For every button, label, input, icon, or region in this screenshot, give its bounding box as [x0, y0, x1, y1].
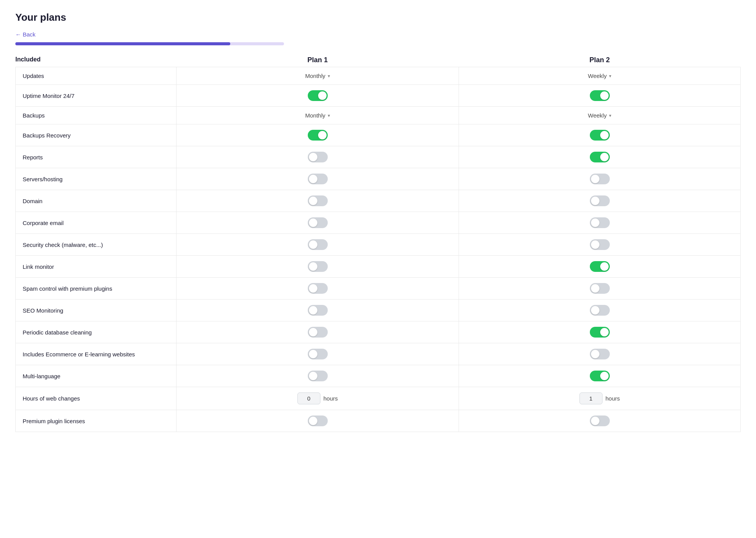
- plan1-header: Plan 1: [177, 56, 459, 64]
- plan2-hours-cell: hours: [579, 392, 620, 404]
- plan2-header: Plan 2: [459, 56, 741, 64]
- plan2-cell: [459, 168, 741, 190]
- plan2-toggle[interactable]: [590, 239, 610, 250]
- hours-label: hours: [324, 395, 338, 402]
- plan1-toggle[interactable]: [308, 195, 328, 206]
- feature-name: Premium plugin licenses: [15, 410, 177, 432]
- grid-header: Included Plan 1 Plan 2: [15, 56, 741, 64]
- feature-name: Corporate email: [15, 212, 177, 234]
- plan1-toggle[interactable]: [308, 130, 328, 141]
- hours-label: hours: [606, 395, 620, 402]
- progress-fill: [15, 42, 230, 45]
- plan1-cell: [177, 146, 459, 168]
- plan1-cell: [177, 410, 459, 432]
- plan2-toggle[interactable]: [590, 195, 610, 206]
- plan1-cell: [177, 321, 459, 343]
- plan1-toggle[interactable]: [308, 283, 328, 294]
- plan1-toggle[interactable]: [308, 239, 328, 250]
- plan2-cell: [459, 410, 741, 432]
- plan1-toggle[interactable]: [308, 217, 328, 228]
- plan1-toggle[interactable]: [308, 261, 328, 272]
- feature-name: Servers/hosting: [15, 168, 177, 190]
- plan1-toggle[interactable]: [308, 416, 328, 426]
- plan2-cell: Weekly▾: [459, 67, 741, 85]
- plan2-toggle[interactable]: [590, 305, 610, 316]
- plan2-cell: [459, 321, 741, 343]
- plan2-hours-input[interactable]: [579, 392, 602, 404]
- plan2-cell: [459, 233, 741, 256]
- chevron-down-icon: ▾: [328, 73, 330, 79]
- feature-name: Domain: [15, 190, 177, 212]
- plan1-cell: hours: [177, 387, 459, 410]
- feature-name: Multi-language: [15, 365, 177, 387]
- plan1-cell: [177, 168, 459, 190]
- plan2-cell: [459, 146, 741, 168]
- plan1-toggle[interactable]: [308, 327, 328, 338]
- plan2-cell: [459, 299, 741, 321]
- plan2-cell: [459, 124, 741, 146]
- plan1-toggle[interactable]: [308, 152, 328, 162]
- plan1-hours-input[interactable]: [297, 392, 320, 404]
- plan2-cell: [459, 255, 741, 278]
- plan1-toggle[interactable]: [308, 305, 328, 316]
- plan2-toggle[interactable]: [590, 217, 610, 228]
- plan1-cell: [177, 190, 459, 212]
- chevron-down-icon: ▾: [609, 73, 611, 79]
- plan1-cell: [177, 343, 459, 365]
- plan1-toggle[interactable]: [308, 349, 328, 359]
- plan1-cell: Monthly▾: [177, 67, 459, 85]
- progress-bar: [15, 42, 284, 45]
- back-link[interactable]: ← Back: [15, 31, 36, 38]
- plan2-toggle[interactable]: [590, 416, 610, 426]
- plan1-cell: [177, 255, 459, 278]
- included-label: Included: [15, 56, 177, 64]
- plan2-toggle[interactable]: [590, 152, 610, 162]
- plan1-dropdown[interactable]: Monthly▾: [305, 73, 330, 79]
- plan2-toggle[interactable]: [590, 174, 610, 184]
- plan2-dropdown[interactable]: Weekly▾: [588, 112, 611, 119]
- plan2-toggle[interactable]: [590, 283, 610, 294]
- plan1-cell: [177, 84, 459, 107]
- chevron-down-icon: ▾: [609, 113, 611, 118]
- plan2-toggle[interactable]: [590, 371, 610, 381]
- plan2-cell: [459, 343, 741, 365]
- plan2-dropdown[interactable]: Weekly▾: [588, 73, 611, 79]
- feature-name: Spam control with premium plugins: [15, 277, 177, 300]
- feature-name: Backups Recovery: [15, 124, 177, 146]
- feature-name: SEO Monitoring: [15, 299, 177, 321]
- plan1-cell: [177, 124, 459, 146]
- plan1-toggle[interactable]: [308, 90, 328, 101]
- plan2-toggle[interactable]: [590, 90, 610, 101]
- plan1-hours-cell: hours: [297, 392, 338, 404]
- chevron-down-icon: ▾: [328, 113, 330, 118]
- feature-name: Security check (malware, etc...): [15, 233, 177, 256]
- plan1-cell: [177, 365, 459, 387]
- plan2-cell: [459, 84, 741, 107]
- feature-name: Periodic database cleaning: [15, 321, 177, 343]
- plan1-cell: [177, 299, 459, 321]
- plan2-toggle[interactable]: [590, 349, 610, 359]
- plan1-cell: [177, 212, 459, 234]
- plan2-cell: [459, 365, 741, 387]
- plan2-cell: [459, 277, 741, 300]
- plan2-cell: hours: [459, 387, 741, 410]
- plan1-toggle[interactable]: [308, 174, 328, 184]
- features-table: UpdatesMonthly▾Weekly▾Uptime Monitor 24/…: [15, 67, 741, 432]
- feature-name: Backups: [15, 106, 177, 124]
- page-title: Your plans: [15, 12, 741, 23]
- feature-name: Updates: [15, 67, 177, 85]
- plan1-cell: Monthly▾: [177, 106, 459, 124]
- plan2-toggle[interactable]: [590, 327, 610, 338]
- feature-name: Link monitor: [15, 255, 177, 278]
- feature-name: Uptime Monitor 24/7: [15, 84, 177, 107]
- plan2-toggle[interactable]: [590, 261, 610, 272]
- plan2-cell: [459, 190, 741, 212]
- plan1-cell: [177, 233, 459, 256]
- plan1-dropdown[interactable]: Monthly▾: [305, 112, 330, 119]
- feature-name: Hours of web changes: [15, 387, 177, 410]
- plan1-toggle[interactable]: [308, 371, 328, 381]
- plan2-cell: Weekly▾: [459, 106, 741, 124]
- plan2-cell: [459, 212, 741, 234]
- feature-name: Reports: [15, 146, 177, 168]
- plan2-toggle[interactable]: [590, 130, 610, 141]
